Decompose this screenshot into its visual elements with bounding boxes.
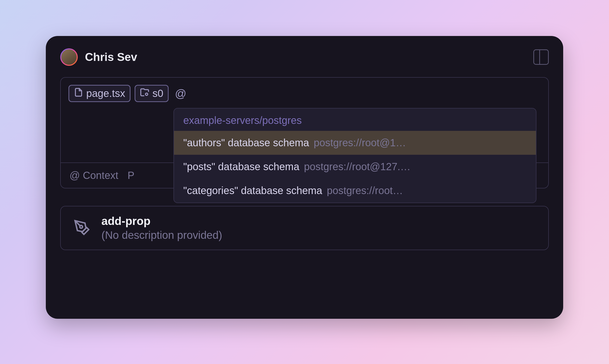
file-icon <box>74 88 83 99</box>
card-description: (No description provided) <box>101 229 222 241</box>
dropdown-item-posts[interactable]: "posts" database schema postgres://root@… <box>174 155 536 179</box>
card-title: add-prop <box>101 215 222 228</box>
dropdown-item-detail: postgres://root… <box>327 185 403 196</box>
dropdown-item-detail: postgres://root@127.… <box>304 161 411 172</box>
mention-dropdown: example-servers/postgres "authors" datab… <box>173 108 536 203</box>
avatar-image <box>61 49 77 65</box>
svg-point-0 <box>145 93 148 95</box>
dropdown-item-detail: postgres://root@1… <box>314 137 406 149</box>
dropdown-item-title: "posts" database schema <box>183 161 299 172</box>
panel-header: Chris Sev <box>60 48 549 66</box>
chip-label: s0 <box>152 88 163 99</box>
chip-file-page-tsx[interactable]: page.tsx <box>68 85 130 102</box>
dropdown-item-authors[interactable]: "authors" database schema postgres://roo… <box>174 131 536 155</box>
partial-hidden-label: P <box>128 170 135 181</box>
input-area: page.tsx s0 @ @ Context P example-server… <box>60 77 549 188</box>
layout-icon <box>534 50 540 64</box>
context-button-label: @ Context <box>69 170 118 181</box>
svg-point-1 <box>80 225 83 228</box>
avatar[interactable] <box>60 48 78 66</box>
card-text: add-prop (No description provided) <box>101 215 222 241</box>
main-panel: Chris Sev page.tsx s0 @ @ Contex <box>46 36 563 319</box>
dropdown-group-heading: example-servers/postgres <box>174 108 536 131</box>
dropdown-item-categories[interactable]: "categories" database schema postgres://… <box>174 179 536 203</box>
at-mention-trigger[interactable]: @ <box>175 87 186 100</box>
result-card[interactable]: add-prop (No description provided) <box>60 206 549 250</box>
username-label: Chris Sev <box>85 51 137 63</box>
design-tools-icon <box>74 219 90 237</box>
dropdown-item-title: "authors" database schema <box>183 137 309 149</box>
layout-toggle-button[interactable] <box>533 49 549 65</box>
folder-icon <box>140 88 149 99</box>
chip-label: page.tsx <box>86 88 125 99</box>
user-info: Chris Sev <box>60 48 137 66</box>
context-button[interactable]: @ Context <box>69 170 118 181</box>
dropdown-item-title: "categories" database schema <box>183 185 322 196</box>
chip-folder-s0[interactable]: s0 <box>135 85 169 102</box>
